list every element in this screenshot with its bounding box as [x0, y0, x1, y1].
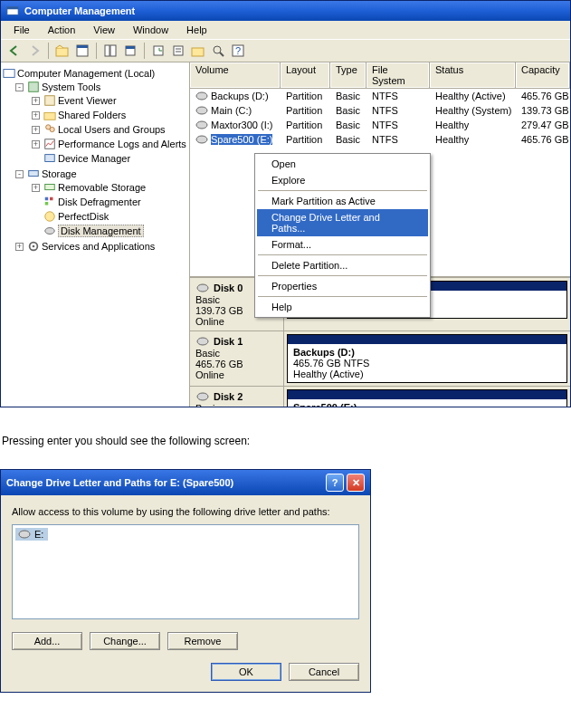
col-status[interactable]: Status [430, 62, 516, 88]
disk-row[interactable]: Disk 2 Basic Spare500 (E:) [190, 387, 570, 407]
services-icon [27, 240, 40, 253]
svg-point-37 [196, 121, 207, 129]
col-filesystem[interactable]: File System [366, 62, 430, 88]
tree-removable[interactable]: +Removable Storage [30, 181, 189, 194]
svg-rect-21 [44, 112, 55, 120]
up-folder-button[interactable] [54, 43, 71, 59]
volume-row[interactable]: Backups (D:) Partition Basic NTFS Health… [190, 89, 570, 103]
collapse-icon[interactable]: - [15, 83, 24, 91]
drive-listbox[interactable]: E: [12, 524, 359, 619]
tree-perfectdisk[interactable]: PerfectDisk [30, 210, 189, 223]
svg-point-39 [197, 284, 208, 292]
expand-icon[interactable]: + [32, 140, 40, 148]
tree-event-viewer[interactable]: +Event Viewer [30, 94, 189, 107]
volume-icon [195, 105, 208, 116]
ok-button[interactable]: OK [211, 663, 281, 681]
volume-row[interactable]: Main (C:) Partition Basic NTFS Healthy (… [190, 103, 570, 118]
partition[interactable]: Backups (D:) 465.76 GB NTFS Healthy (Act… [287, 334, 567, 383]
tree-defrag[interactable]: Disk Defragmenter [30, 196, 189, 208]
svg-point-34 [33, 245, 35, 248]
tree-local-users[interactable]: +Local Users and Groups [30, 123, 189, 136]
separator-icon [144, 43, 145, 59]
ctx-delete[interactable]: Delete Partition... [257, 257, 428, 273]
menu-file[interactable]: File [6, 23, 37, 37]
back-button[interactable] [6, 43, 23, 59]
menu-help[interactable]: Help [179, 23, 214, 37]
menu-separator [258, 190, 427, 191]
tree-root[interactable]: Computer Management (Local) [1, 67, 189, 80]
dialog-close-button[interactable]: ✕ [347, 474, 365, 492]
add-button[interactable]: Add... [12, 632, 82, 650]
disk-icon [195, 335, 210, 348]
defrag-icon [43, 196, 56, 208]
expand-icon[interactable]: + [32, 111, 40, 120]
ctx-properties[interactable]: Properties [257, 278, 428, 294]
expand-icon[interactable]: + [15, 243, 24, 251]
col-capacity[interactable]: Capacity [516, 62, 570, 88]
svg-point-41 [197, 393, 208, 400]
menu-separator [258, 254, 427, 255]
cancel-button[interactable]: Cancel [289, 663, 359, 681]
volume-row-selected[interactable]: Spare500 (E:) Partition Basic NTFS Healt… [190, 132, 570, 147]
expand-icon[interactable]: + [32, 97, 40, 105]
dialog-help-button[interactable]: ? [326, 474, 344, 492]
titlebar[interactable]: Computer Management [1, 1, 570, 21]
col-volume[interactable]: Volume [190, 62, 281, 88]
remove-button[interactable]: Remove [167, 632, 238, 650]
drive-list-item[interactable]: E: [15, 528, 48, 541]
svg-point-40 [197, 338, 208, 345]
svg-rect-2 [56, 48, 68, 56]
device-mgr-icon [43, 152, 56, 165]
menu-view[interactable]: View [86, 23, 122, 37]
ctx-help[interactable]: Help [257, 299, 428, 315]
toolbar: ? [1, 39, 570, 62]
volume-icon [195, 120, 208, 130]
disk-row[interactable]: Disk 1 Basic 465.76 GB Online Backups (D… [190, 331, 570, 387]
menu-window[interactable]: Window [126, 23, 176, 37]
computer-management-window: Computer Management File Action View Win… [0, 0, 571, 407]
tree-device-mgr[interactable]: Device Manager [30, 152, 189, 165]
tree-shared-folders[interactable]: +Shared Folders [30, 109, 189, 121]
svg-point-32 [45, 228, 55, 235]
svg-rect-10 [174, 46, 183, 55]
dialog-titlebar[interactable]: Change Drive Letter and Paths for E: (Sp… [1, 470, 370, 495]
col-layout[interactable]: Layout [281, 62, 330, 88]
volume-row[interactable]: Maxtor300 (I:) Partition Basic NTFS Heal… [190, 118, 570, 132]
collapse-icon[interactable]: - [15, 170, 24, 178]
ctx-open[interactable]: Open [257, 156, 428, 172]
svg-point-35 [196, 92, 207, 100]
expand-icon[interactable]: + [32, 184, 40, 192]
help-button[interactable]: ? [230, 43, 246, 59]
svg-rect-5 [105, 45, 109, 56]
partition[interactable]: Spare500 (E:) [287, 389, 567, 407]
ctx-format[interactable]: Format... [257, 236, 428, 253]
ctx-explore[interactable]: Explore [257, 172, 428, 188]
svg-rect-30 [45, 202, 49, 206]
menu-separator [258, 296, 427, 297]
forward-button[interactable] [26, 43, 43, 59]
ctx-change-letter[interactable]: Change Drive Letter and Paths... [257, 209, 428, 236]
instruction-text: Pressing enter you should see the follow… [0, 407, 571, 465]
expand-icon[interactable]: + [32, 126, 40, 134]
svg-line-15 [220, 53, 224, 56]
svg-rect-6 [110, 45, 116, 56]
change-button[interactable]: Change... [90, 632, 160, 650]
shared-folders-icon [43, 109, 56, 121]
properties-button[interactable] [74, 43, 90, 59]
change-drive-letter-dialog: Change Drive Letter and Paths for E: (Sp… [0, 469, 371, 693]
tree-system-tools[interactable]: - System Tools [14, 81, 189, 93]
refresh-button[interactable] [150, 43, 167, 59]
tree-services[interactable]: +Services and Applications [14, 240, 189, 253]
tree-storage[interactable]: - Storage [14, 168, 189, 180]
col-type[interactable]: Type [330, 62, 366, 88]
svg-text:?: ? [235, 45, 241, 56]
new-window-button[interactable] [122, 43, 138, 59]
folder-button[interactable] [190, 43, 206, 59]
settings-button[interactable] [170, 43, 186, 59]
show-hide-tree-button[interactable] [102, 43, 119, 59]
tree-perf-logs[interactable]: +Performance Logs and Alerts [30, 138, 189, 150]
menu-action[interactable]: Action [41, 23, 83, 37]
find-button[interactable] [210, 43, 226, 59]
ctx-mark-active[interactable]: Mark Partition as Active [257, 193, 428, 209]
tree-disk-mgmt[interactable]: Disk Management [30, 225, 189, 237]
